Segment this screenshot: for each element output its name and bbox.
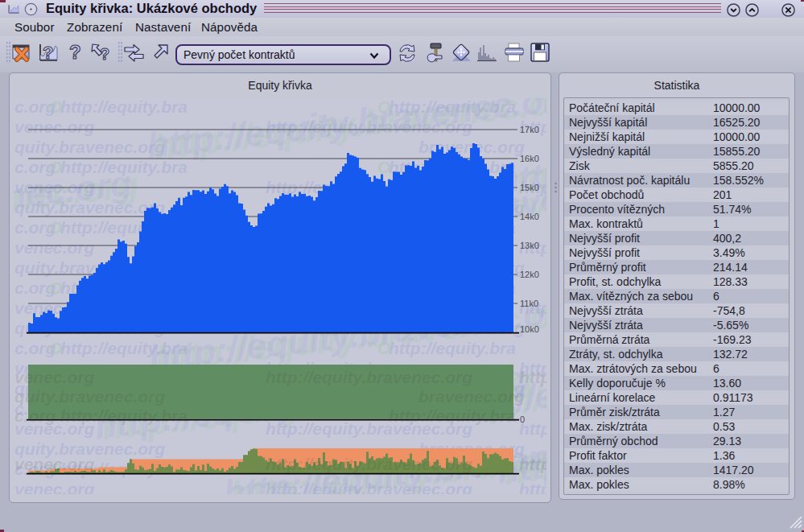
svg-text:16k0: 16k0 (520, 154, 539, 163)
svg-text:17k0: 17k0 (520, 125, 539, 134)
svg-text:venec.org: venec.org (14, 368, 94, 386)
svg-text:http://equity.bra: http://equity.bra (60, 98, 188, 116)
svg-text:http: http (519, 368, 546, 386)
svg-text:12k0: 12k0 (520, 270, 539, 279)
svg-text:14k0: 14k0 (520, 212, 539, 221)
svg-text:http://equity.bra: http://equity.bra (60, 406, 188, 425)
svg-text:bravenec.org: bravenec.org (418, 387, 525, 406)
svg-text:0: 0 (520, 414, 525, 424)
svg-text:quity.bravenec.org: quity.bravenec.org (14, 138, 165, 156)
svg-text:venec.org: venec.org (14, 238, 94, 257)
svg-text:quity.bravenec.org: quity.bravenec.org (14, 387, 165, 406)
svg-text:venec.org: venec.org (14, 480, 94, 494)
svg-text:http: http (519, 455, 546, 473)
svg-text:venec.org: venec.org (14, 118, 94, 136)
svg-text:11k0: 11k0 (520, 299, 538, 308)
svg-text:?: ? (69, 42, 81, 63)
svg-text:venec.org: venec.org (14, 455, 94, 473)
svg-text:13k0: 13k0 (520, 241, 539, 250)
svg-text:?: ? (43, 43, 53, 63)
svg-text:?: ? (100, 45, 109, 63)
svg-text:http://equity.bravenec.org: http://equity.bravenec.org (266, 455, 472, 473)
svg-text:15k0: 15k0 (520, 183, 539, 192)
svg-text:http://equity.bra: http://equity.bra (389, 406, 516, 425)
svg-text:http://equity.bravenec.org: http://equity.bravenec.org (266, 368, 472, 386)
svg-text:10k0: 10k0 (520, 324, 539, 334)
svg-text:c.org: c.org (14, 406, 56, 425)
